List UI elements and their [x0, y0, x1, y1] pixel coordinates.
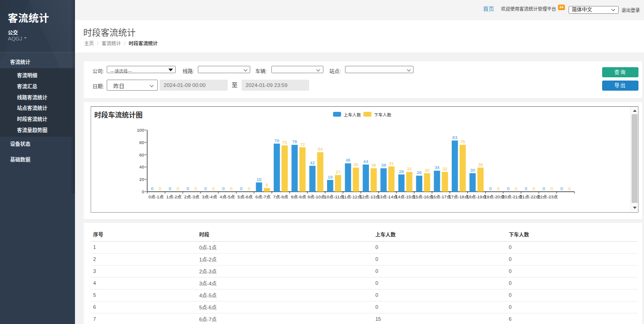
svg-text:0点-1点: 0点-1点 — [149, 194, 164, 199]
svg-text:27: 27 — [336, 169, 341, 174]
svg-text:46: 46 — [345, 157, 351, 162]
svg-text:2点-3点: 2点-3点 — [184, 194, 199, 199]
svg-text:100: 100 — [137, 127, 144, 133]
svg-text:83: 83 — [452, 135, 457, 140]
svg-text:21点-22点: 21点-22点 — [520, 194, 540, 199]
svg-text:15: 15 — [257, 177, 262, 182]
svg-text:38: 38 — [381, 162, 386, 168]
svg-text:60: 60 — [139, 152, 144, 157]
svg-text:14点-15点: 14点-15点 — [395, 194, 415, 199]
svg-text:20点-21点: 20点-21点 — [502, 194, 523, 199]
svg-text:28: 28 — [399, 169, 404, 174]
svg-text:19点-20点: 19点-20点 — [484, 194, 505, 199]
svg-text:0: 0 — [568, 186, 570, 191]
svg-text:30: 30 — [470, 168, 475, 173]
svg-text:13点-14点: 13点-14点 — [378, 194, 398, 199]
svg-text:0: 0 — [204, 186, 207, 191]
svg-text:6点-7点: 6点-7点 — [255, 194, 270, 199]
svg-text:8点-9点: 8点-9点 — [291, 194, 306, 199]
svg-text:76: 76 — [292, 139, 297, 144]
svg-text:0: 0 — [240, 186, 242, 191]
svg-text:17点-18点: 17点-18点 — [448, 194, 469, 199]
svg-text:0: 0 — [169, 186, 171, 191]
svg-text:下车人数: 下车人数 — [374, 112, 391, 117]
svg-text:32: 32 — [407, 166, 412, 171]
svg-text:7点-8点: 7点-8点 — [273, 194, 288, 199]
svg-text:5点-6点: 5点-6点 — [237, 194, 253, 199]
svg-text:0: 0 — [159, 186, 161, 191]
svg-text:1点-2点: 1点-2点 — [167, 194, 182, 199]
svg-text:26: 26 — [417, 170, 422, 175]
svg-text:18点-19点: 18点-19点 — [466, 194, 487, 199]
svg-text:80: 80 — [139, 140, 144, 145]
svg-text:0: 0 — [222, 186, 224, 191]
svg-text:0: 0 — [497, 186, 500, 191]
svg-text:4点-5点: 4点-5点 — [220, 194, 235, 199]
svg-text:0: 0 — [177, 186, 179, 191]
svg-text:6: 6 — [265, 182, 268, 187]
svg-text:0: 0 — [551, 186, 553, 191]
svg-text:42: 42 — [310, 160, 315, 165]
svg-text:64: 64 — [318, 146, 323, 151]
svg-text:10点-11点: 10点-11点 — [324, 194, 344, 199]
svg-text:44: 44 — [363, 159, 368, 164]
svg-text:19: 19 — [328, 174, 333, 179]
svg-text:34: 34 — [435, 165, 440, 170]
svg-text:0: 0 — [142, 189, 144, 194]
svg-text:32: 32 — [443, 166, 448, 171]
svg-text:30: 30 — [425, 168, 430, 173]
svg-text:39: 39 — [478, 162, 483, 167]
svg-text:20: 20 — [139, 177, 144, 182]
svg-text:75: 75 — [282, 140, 287, 145]
svg-text:0: 0 — [543, 186, 545, 191]
svg-text:11点-12点: 11点-12点 — [342, 194, 362, 199]
svg-text:9点-10点: 9点-10点 — [308, 194, 326, 199]
svg-text:12点-13点: 12点-13点 — [360, 194, 380, 199]
svg-text:0: 0 — [489, 186, 491, 191]
svg-text:0: 0 — [195, 186, 197, 191]
svg-text:16点-17点: 16点-17点 — [431, 194, 451, 199]
svg-text:15点-16点: 15点-16点 — [413, 194, 433, 199]
svg-text:76: 76 — [460, 139, 465, 144]
svg-text:0: 0 — [212, 186, 214, 191]
svg-text:38: 38 — [371, 162, 376, 168]
svg-text:0: 0 — [230, 186, 232, 191]
svg-text:0: 0 — [533, 186, 535, 191]
svg-text:72: 72 — [300, 142, 305, 147]
svg-text:22点-23点: 22点-23点 — [538, 194, 558, 199]
svg-text:41: 41 — [389, 161, 394, 166]
svg-text:40: 40 — [139, 164, 144, 169]
svg-text:0: 0 — [507, 186, 509, 191]
svg-text:0: 0 — [515, 186, 517, 191]
svg-text:39: 39 — [353, 162, 358, 167]
svg-text:0: 0 — [151, 186, 153, 191]
svg-text:0: 0 — [187, 186, 189, 191]
svg-text:上车人数: 上车人数 — [344, 112, 361, 117]
svg-text:0: 0 — [560, 186, 563, 191]
svg-text:0: 0 — [525, 186, 527, 191]
svg-text:时段车流统计图: 时段车流统计图 — [94, 111, 143, 119]
svg-text:0: 0 — [248, 186, 250, 191]
svg-text:78: 78 — [274, 138, 279, 143]
svg-text:3点-4点: 3点-4点 — [202, 194, 217, 199]
